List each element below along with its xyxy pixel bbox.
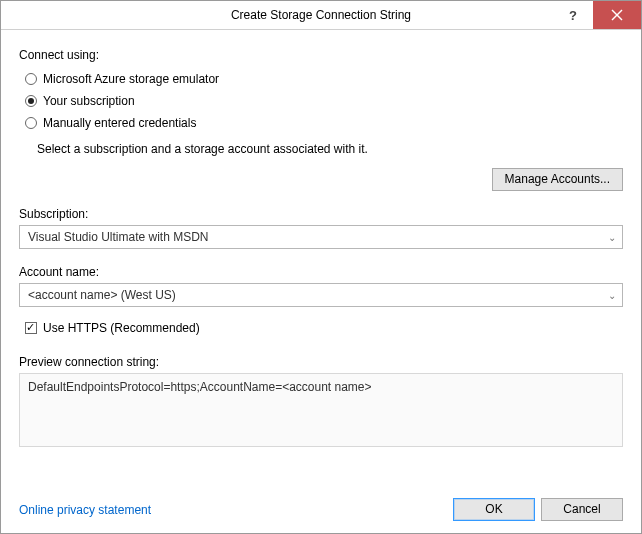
use-https-label: Use HTTPS (Recommended) — [43, 321, 200, 335]
dialog-body: Connect using: Microsoft Azure storage e… — [1, 30, 641, 533]
window-controls: ? — [553, 1, 641, 29]
account-value: <account name> (West US) — [28, 288, 176, 302]
account-dropdown[interactable]: <account name> (West US) ⌄ — [19, 283, 623, 307]
privacy-link[interactable]: Online privacy statement — [19, 503, 151, 517]
footer-buttons: OK Cancel — [453, 498, 623, 521]
close-icon — [611, 9, 623, 21]
connect-using-label: Connect using: — [19, 48, 623, 62]
radio-option-manual[interactable]: Manually entered credentials — [25, 116, 623, 130]
help-button[interactable]: ? — [553, 1, 593, 29]
cancel-button[interactable]: Cancel — [541, 498, 623, 521]
checkbox-icon — [25, 322, 37, 334]
radio-icon — [25, 95, 37, 107]
radio-label: Your subscription — [43, 94, 135, 108]
preview-value: DefaultEndpointsProtocol=https;AccountNa… — [28, 380, 372, 394]
account-field: Account name: <account name> (West US) ⌄ — [19, 265, 623, 307]
account-label: Account name: — [19, 265, 623, 279]
chevron-down-icon: ⌄ — [608, 232, 616, 243]
radio-icon — [25, 117, 37, 129]
connect-hint: Select a subscription and a storage acco… — [37, 142, 623, 156]
preview-connection-string: DefaultEndpointsProtocol=https;AccountNa… — [19, 373, 623, 447]
subscription-dropdown[interactable]: Visual Studio Ultimate with MSDN ⌄ — [19, 225, 623, 249]
subscription-value: Visual Studio Ultimate with MSDN — [28, 230, 209, 244]
subscription-field: Subscription: Visual Studio Ultimate wit… — [19, 207, 623, 249]
manage-accounts-button[interactable]: Manage Accounts... — [492, 168, 623, 191]
ok-button[interactable]: OK — [453, 498, 535, 521]
dialog-footer: Online privacy statement OK Cancel — [19, 484, 623, 521]
subscription-label: Subscription: — [19, 207, 623, 221]
manage-accounts-row: Manage Accounts... — [19, 168, 623, 191]
window-title: Create Storage Connection String — [231, 8, 411, 22]
radio-label: Manually entered credentials — [43, 116, 196, 130]
use-https-checkbox[interactable]: Use HTTPS (Recommended) — [25, 321, 623, 335]
radio-icon — [25, 73, 37, 85]
titlebar: Create Storage Connection String ? — [1, 1, 641, 30]
radio-option-emulator[interactable]: Microsoft Azure storage emulator — [25, 72, 623, 86]
preview-label: Preview connection string: — [19, 355, 623, 369]
chevron-down-icon: ⌄ — [608, 290, 616, 301]
close-button[interactable] — [593, 1, 641, 29]
dialog-window: Create Storage Connection String ? Conne… — [0, 0, 642, 534]
radio-label: Microsoft Azure storage emulator — [43, 72, 219, 86]
radio-option-subscription[interactable]: Your subscription — [25, 94, 623, 108]
